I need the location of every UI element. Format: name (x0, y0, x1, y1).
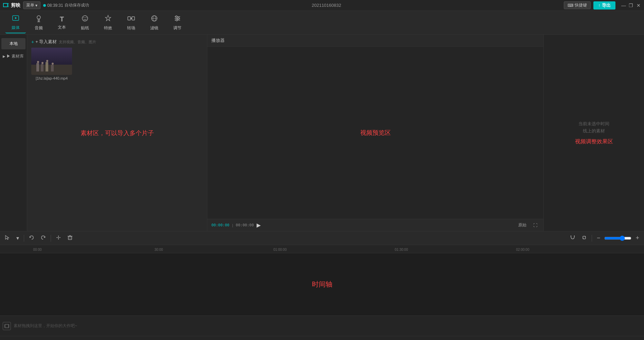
media-file-item[interactable]: [1hz.la]ap-440.mp4 (31, 48, 72, 80)
redo-button[interactable] (38, 234, 48, 243)
media-thumbnail (31, 48, 72, 75)
fullscreen-button[interactable]: ⛶ (531, 222, 539, 228)
zoom-out-button[interactable]: − (595, 233, 603, 243)
ruler-mark-3: 01:30:00 (395, 248, 408, 252)
svg-rect-7 (38, 19, 39, 21)
timeline-toolbar-right: − + (568, 233, 641, 243)
select-dropdown-button[interactable]: ▾ (14, 234, 21, 242)
main-toolbar: 媒体 音频 T 文本 贴纸 (0, 11, 644, 35)
timeline-tracks: 时间轴 素材拖拽到这里，开始你的大作吧~ (0, 253, 644, 336)
zoom-in-button[interactable]: + (633, 233, 641, 243)
app-name-label: 剪映 (11, 2, 20, 9)
ruler-mark-1: 30:00 (154, 248, 163, 252)
adjust-icon (174, 15, 181, 24)
close-button[interactable]: ✕ (636, 3, 641, 8)
select-tool-button[interactable] (3, 234, 12, 243)
video-preview-area: 视频预览区 (207, 47, 543, 219)
window-controls: — ❐ ✕ (621, 3, 641, 8)
center-panel: 播放器 视频预览区 00:00:00 | 00:00:00 ▶ 原始 ⛶ (207, 35, 544, 231)
preview-area-label: 视频预览区 (360, 129, 391, 137)
resolution-button[interactable]: 原始 (516, 222, 528, 229)
svg-marker-13 (105, 15, 111, 21)
properties-area-label: 视频调整效果区 (575, 138, 613, 145)
effect-icon (104, 15, 112, 24)
title-bar-right: ⌨ 快捷键 ↑ 导出 — ❐ ✕ (564, 1, 641, 10)
left-sidebar: 本地 ▶ ▶ 素材库 (0, 35, 27, 231)
svg-point-10 (82, 16, 88, 21)
media-grid: [1hz.la]ap-440.mp4 (31, 48, 203, 80)
magnet-button[interactable] (568, 234, 577, 243)
track-drop-hint: 素材拖拽到这里，开始你的大作吧~ (14, 323, 77, 329)
minimize-button[interactable]: — (621, 3, 626, 8)
timeline-area-label: 时间轴 (312, 280, 332, 289)
sticker-icon (81, 15, 89, 24)
toolbar-item-adjust[interactable]: 调节 (167, 13, 188, 33)
shortcut-button[interactable]: ⌨ 快捷键 (564, 1, 591, 9)
toolbar-separator-2 (51, 235, 51, 242)
link-button[interactable] (579, 234, 589, 243)
audio-icon (35, 15, 42, 24)
zoom-slider[interactable] (604, 236, 631, 241)
svg-marker-5 (15, 17, 17, 19)
filter-label: 滤镜 (150, 25, 158, 31)
toolbar-item-sticker[interactable]: 贴纸 (75, 13, 95, 33)
media-area: + + 导入素材 支持视频、音频、图片 (27, 35, 207, 231)
ruler-marks: 00:00 30:00 01:00:00 01:30:00 02:00:00 (37, 245, 644, 252)
chevron-right-icon: ▶ (3, 54, 5, 58)
ruler-mark-4: 02:00:00 (516, 248, 529, 252)
title-bar-left: 剪映 菜单 ▾ 08:39:31 自动保存成功 (3, 1, 89, 9)
ruler-mark-0: 00:00 (33, 248, 41, 252)
import-btn-area: + + 导入素材 支持视频、音频、图片 (31, 39, 203, 45)
properties-hint: 当前未选中时间 线上的素材 (578, 120, 609, 135)
status-dot (43, 4, 46, 7)
svg-rect-15 (132, 17, 135, 20)
transition-label: 转场 (127, 25, 135, 31)
svg-point-12 (86, 17, 86, 18)
toolbar-item-text[interactable]: T 文本 (52, 13, 72, 32)
project-title: 202110160832 (312, 3, 341, 8)
timeline-scrollbar[interactable] (0, 336, 644, 340)
import-hint: 支持视频、音频、图片 (59, 39, 96, 45)
toolbar-separator-1 (24, 235, 24, 242)
export-button[interactable]: ↑ 导出 (593, 1, 615, 10)
time-current: 00:00:00 (211, 223, 229, 227)
player-right-controls: 原始 ⛶ (516, 222, 539, 229)
player-header: 播放器 (207, 35, 543, 47)
right-panel: 当前未选中时间 线上的素材 视频调整效果区 (544, 35, 644, 231)
media-filename: [1hz.la]ap-440.mp4 (31, 76, 72, 80)
svg-marker-26 (5, 236, 9, 240)
toolbar-item-transition[interactable]: 转场 (121, 13, 141, 33)
toolbar-item-audio[interactable]: 音频 (29, 13, 49, 33)
svg-rect-30 (68, 237, 72, 240)
autosave-status: 08:39:31 自动保存成功 (43, 2, 89, 8)
menu-button[interactable]: 菜单 ▾ (23, 1, 40, 9)
thumbnail-scene (31, 48, 72, 75)
svg-rect-39 (8, 324, 9, 328)
title-bar: 剪映 菜单 ▾ 08:39:31 自动保存成功 202110160832 ⌨ 快… (0, 0, 644, 11)
ruler-mark-2: 01:00:00 (274, 248, 287, 252)
svg-marker-0 (3, 3, 7, 7)
toolbar-item-media[interactable]: 媒体 (5, 12, 26, 33)
toolbar-item-effect[interactable]: 特效 (98, 13, 118, 33)
time-separator: | (232, 223, 233, 227)
play-button[interactable]: ▶ (257, 222, 261, 228)
delete-button[interactable] (65, 234, 75, 243)
track-type-icon (3, 322, 11, 330)
player-controls: 00:00:00 | 00:00:00 ▶ 原始 ⛶ (207, 219, 543, 231)
app-logo: 剪映 (3, 2, 20, 9)
plus-icon: + (31, 39, 34, 45)
timeline-area: ▾ (0, 231, 644, 340)
timeline-toolbar: ▾ (0, 231, 644, 245)
sidebar-item-local[interactable]: 本地 (1, 38, 25, 49)
sidebar-item-library[interactable]: ▶ ▶ 素材库 (1, 51, 25, 62)
import-button[interactable]: + + 导入素材 (31, 39, 57, 45)
restore-button[interactable]: ❐ (628, 3, 634, 8)
svg-rect-38 (5, 324, 5, 328)
app-logo-icon (3, 2, 10, 9)
svg-point-25 (176, 19, 178, 21)
filter-icon (151, 15, 158, 24)
split-button[interactable] (54, 234, 63, 243)
undo-button[interactable] (27, 234, 36, 243)
toolbar-item-filter[interactable]: 滤镜 (144, 13, 164, 33)
media-icon (12, 14, 19, 23)
